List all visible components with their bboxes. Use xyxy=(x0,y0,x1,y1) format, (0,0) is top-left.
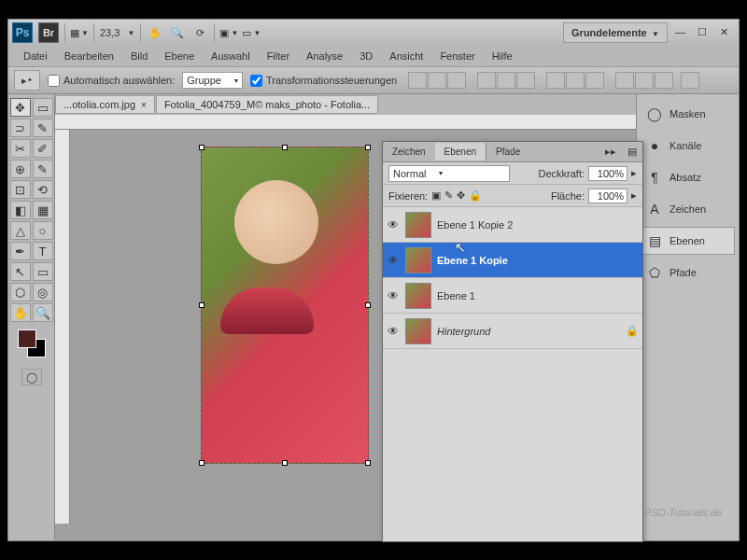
auto-select-checkbox[interactable]: Automatisch auswählen: xyxy=(48,75,175,87)
current-tool-icon[interactable]: ▸✦ xyxy=(14,70,40,91)
fill-value[interactable]: 100% xyxy=(588,189,627,203)
visibility-eye-icon[interactable]: 👁 xyxy=(387,289,400,302)
tab-ebenen[interactable]: Ebenen xyxy=(435,143,486,161)
zoom-tool-icon[interactable]: 🔍 xyxy=(169,24,186,41)
layer-row[interactable]: 👁 Ebene 1 Kopie xyxy=(383,243,642,278)
3d-tool[interactable]: ⬡ xyxy=(10,283,31,301)
visibility-eye-icon[interactable]: 👁 xyxy=(387,254,400,267)
dock-zeichen[interactable]: AZeichen xyxy=(641,195,735,223)
menu-bild[interactable]: Bild xyxy=(123,48,155,64)
hand-tool[interactable]: ✋ xyxy=(10,303,31,322)
visibility-eye-icon[interactable]: 👁 xyxy=(387,218,400,231)
align-btn[interactable] xyxy=(516,72,535,89)
tab-zeichen[interactable]: Zeichen xyxy=(383,143,435,161)
dock-ebenen[interactable]: ▤Ebenen xyxy=(641,227,735,255)
lock-position-icon[interactable]: ✥ xyxy=(457,189,465,202)
move-tool[interactable]: ✥ xyxy=(10,98,31,117)
menu-bearbeiten[interactable]: Bearbeiten xyxy=(57,48,121,64)
hand-tool-icon[interactable]: ✋ xyxy=(147,24,163,41)
menu-ebene[interactable]: Ebene xyxy=(157,48,202,64)
blur-tool[interactable]: △ xyxy=(10,221,31,240)
lasso-tool[interactable]: ⊃ xyxy=(10,119,31,137)
path-select-tool[interactable]: ↖ xyxy=(10,262,31,281)
blend-mode-select[interactable]: Normal▾ xyxy=(388,165,510,182)
visibility-eye-icon[interactable]: 👁 xyxy=(387,325,400,338)
type-tool[interactable]: T xyxy=(33,242,53,260)
menu-datei[interactable]: Datei xyxy=(16,48,55,64)
distribute-btn[interactable] xyxy=(585,72,604,89)
lock-transparency-icon[interactable]: ▣ xyxy=(431,189,441,202)
history-brush-tool[interactable]: ⟲ xyxy=(33,180,53,199)
close-tab-icon[interactable]: × xyxy=(141,100,147,110)
menu-hilfe[interactable]: Hilfe xyxy=(485,48,520,64)
arrange-icon[interactable]: ▣▼ xyxy=(220,24,237,41)
align-btn[interactable] xyxy=(408,72,427,89)
maximize-icon[interactable]: ☐ xyxy=(698,26,711,39)
gradient-tool[interactable]: ▦ xyxy=(33,201,53,219)
stamp-tool[interactable]: ⊡ xyxy=(10,180,31,199)
dodge-tool[interactable]: ○ xyxy=(33,221,53,240)
brush-tool[interactable]: ✎ xyxy=(33,160,53,178)
menu-auswahl[interactable]: Auswahl xyxy=(204,48,258,64)
bridge-logo-icon[interactable]: Br xyxy=(38,22,59,43)
quick-select-tool[interactable]: ✎ xyxy=(33,119,53,137)
layout-icon[interactable]: ▦▼ xyxy=(71,24,88,41)
align-btn[interactable] xyxy=(447,72,466,89)
layer-row[interactable]: 👁 Hintergrund 🔒 xyxy=(383,314,642,349)
tab-pfade[interactable]: Pfade xyxy=(486,143,529,161)
lock-pixels-icon[interactable]: ✎ xyxy=(444,189,453,202)
quick-mask-icon[interactable]: ◯ xyxy=(21,369,42,385)
zoom-tool[interactable]: 🔍 xyxy=(33,303,53,322)
image-content[interactable] xyxy=(201,147,369,464)
menu-ansicht[interactable]: Ansicht xyxy=(382,48,430,64)
eraser-tool[interactable]: ◧ xyxy=(10,201,31,219)
fg-color-swatch[interactable] xyxy=(18,329,36,348)
layers-panel[interactable]: Zeichen Ebenen Pfade ▸▸ ▤ Normal▾ Deckkr… xyxy=(382,141,643,542)
marquee-tool[interactable]: ▭ xyxy=(33,98,53,117)
dock-kanaele[interactable]: ●Kanäle xyxy=(641,132,735,160)
color-swatches[interactable] xyxy=(18,329,46,357)
distribute-btn[interactable] xyxy=(635,72,654,89)
dock-masken[interactable]: ◯Masken xyxy=(641,100,735,128)
zoom-dropdown-icon[interactable]: ▼ xyxy=(127,29,134,37)
pen-tool[interactable]: ✒ xyxy=(10,242,31,260)
eyedropper-tool[interactable]: ✐ xyxy=(33,139,53,158)
distribute-btn[interactable] xyxy=(546,72,565,89)
3d-camera-tool[interactable]: ◎ xyxy=(33,283,53,301)
layer-thumbnail[interactable] xyxy=(405,318,431,344)
layer-thumbnail[interactable] xyxy=(405,212,431,238)
opacity-flyout-icon[interactable]: ▸ xyxy=(631,167,637,179)
menu-fenster[interactable]: Fenster xyxy=(432,48,482,64)
align-btn[interactable] xyxy=(428,72,446,89)
panel-collapse-icon[interactable]: ▸▸ xyxy=(599,146,622,158)
zoom-value[interactable]: 23,3 xyxy=(100,27,120,38)
heal-tool[interactable]: ⊕ xyxy=(10,160,31,178)
opacity-value[interactable]: 100% xyxy=(588,166,627,181)
distribute-btn[interactable] xyxy=(566,72,585,89)
dock-pfade[interactable]: ⬠Pfade xyxy=(641,259,735,287)
align-btn[interactable] xyxy=(477,72,496,89)
doc-tab[interactable]: ...otolia.com.jpg× xyxy=(55,95,155,114)
panel-menu-icon[interactable]: ▤ xyxy=(622,146,642,158)
distribute-btn[interactable] xyxy=(615,72,634,89)
workspace-selector[interactable]: Grundelemente ▼ xyxy=(563,22,668,43)
doc-tab[interactable]: Fotolia_4004759_M© maks_photo - Fotolia.… xyxy=(156,95,378,114)
menu-3d[interactable]: 3D xyxy=(352,48,380,64)
shape-tool[interactable]: ▭ xyxy=(33,262,53,281)
crop-tool[interactable]: ✂ xyxy=(10,139,31,158)
fill-flyout-icon[interactable]: ▸ xyxy=(631,189,637,202)
rotate-view-icon[interactable]: ⟳ xyxy=(191,24,208,41)
auto-align-btn[interactable] xyxy=(681,72,699,89)
distribute-btn[interactable] xyxy=(655,72,673,89)
layer-row[interactable]: 👁 Ebene 1 xyxy=(383,278,642,314)
photoshop-logo-icon[interactable]: Ps xyxy=(12,22,33,43)
close-icon[interactable]: ✕ xyxy=(720,26,733,39)
minimize-icon[interactable]: — xyxy=(675,26,688,39)
transform-controls-checkbox[interactable]: Transformationssteuerungen xyxy=(250,75,397,87)
lock-all-icon[interactable]: 🔒 xyxy=(469,189,482,202)
auto-select-type[interactable]: Gruppe▾ xyxy=(182,72,243,89)
align-btn[interactable] xyxy=(497,72,515,89)
layer-thumbnail[interactable] xyxy=(405,247,431,273)
dock-absatz[interactable]: ¶Absatz xyxy=(641,163,735,191)
screen-mode-icon[interactable]: ▭▼ xyxy=(243,24,260,41)
